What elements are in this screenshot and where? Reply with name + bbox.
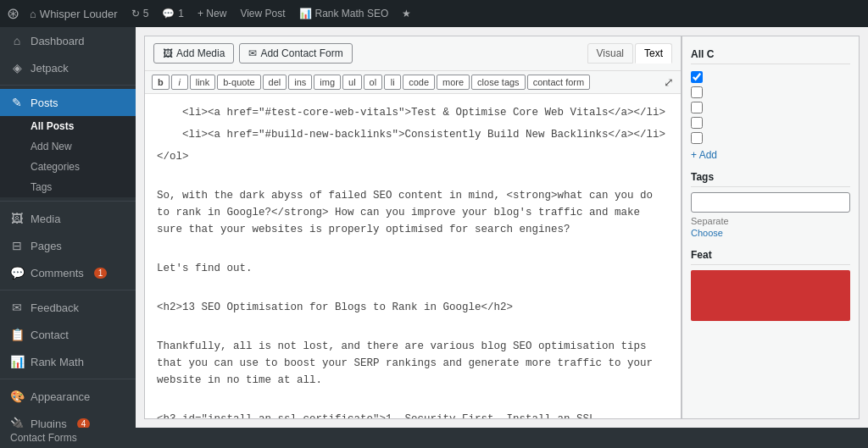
sidebar-divider-4 [0, 379, 136, 379]
rank-math-item[interactable]: 📊 Rank Math SEO [299, 8, 389, 19]
sidebar-item-dashboard[interactable]: ⌂ Dashboard [0, 27, 136, 54]
category-check-1[interactable] [691, 71, 703, 83]
editor-tabs: Visual Text [587, 43, 672, 64]
site-name[interactable]: ⌂ Whisper Louder [30, 8, 118, 20]
editor-content-area[interactable]: <li><a href="#test-core-web-vitals">Test… [145, 94, 681, 418]
fmt-code[interactable]: code [403, 75, 435, 90]
code-para-2: Let's find out. [157, 260, 669, 277]
admin-bar: ⊛ ⌂ Whisper Louder ↻ 5 💬 1 + New View Po… [0, 0, 868, 27]
sidebar-item-tags[interactable]: Tags [0, 177, 136, 197]
fullscreen-icon[interactable]: ⤢ [664, 75, 674, 89]
jetpack-icon: ◈ [10, 61, 24, 75]
posts-submenu: All Posts Add New Categories Tags [0, 116, 136, 197]
media-btn-icon: 🖼 [163, 47, 173, 59]
code-para-3: Thankfully, all is not lost, and there a… [157, 338, 669, 389]
posts-icon: ✎ [10, 96, 24, 109]
fmt-li[interactable]: li [384, 75, 401, 90]
featured-image[interactable] [691, 270, 850, 321]
sidebar-item-appearance[interactable]: 🎨 Appearance [0, 383, 136, 410]
new-item[interactable]: + New [198, 8, 226, 19]
categories-section: All C + Add [682, 43, 859, 166]
sidebar-item-all-posts[interactable]: All Posts [0, 116, 136, 136]
category-checkbox-4[interactable] [691, 115, 850, 130]
updates-item[interactable]: ↻ 5 [131, 8, 149, 19]
format-bar: b i link b-quote del ins img ul ol li co… [145, 71, 681, 94]
tab-visual[interactable]: Visual [587, 43, 633, 64]
star-icon-item[interactable]: ★ [402, 8, 411, 19]
code-line-1: <li><a href="#test-core-web-vitals">Test… [157, 104, 669, 121]
sidebar-item-media[interactable]: 🖼 Media [0, 205, 136, 232]
sidebar-item-jetpack[interactable]: ◈ Jetpack [0, 54, 136, 81]
comment-icon: 💬 [162, 8, 175, 19]
fmt-ol[interactable]: ol [364, 75, 383, 90]
sidebar-divider-3 [0, 290, 136, 290]
category-checkbox-2[interactable] [691, 85, 850, 100]
editor-panel: 🖼 Add Media ✉ Add Contact Form Visual Te… [144, 36, 682, 419]
code-line-2: <li><a href="#build-new-backlinks">Consi… [157, 126, 669, 143]
fmt-ins[interactable]: ins [288, 75, 312, 90]
code-h2: <h2>13 SEO Optimisation for Blogs to Ran… [157, 299, 669, 316]
add-category-link[interactable]: + Add [691, 149, 850, 161]
editor-toolbar-top: 🖼 Add Media ✉ Add Contact Form Visual Te… [145, 36, 681, 71]
fmt-bquote[interactable]: b-quote [217, 75, 260, 90]
bottom-bar-label: Contact Forms [10, 432, 77, 444]
fmt-more[interactable]: more [437, 75, 470, 90]
refresh-icon: ↻ [131, 8, 140, 19]
sidebar-item-rankmath[interactable]: 📊 Rank Math [0, 348, 136, 375]
category-check-2[interactable] [691, 86, 703, 98]
code-para-1: So, with the dark abyss of failed SEO co… [157, 187, 669, 238]
featured-section: Feat [682, 244, 859, 326]
sidebar-item-categories[interactable]: Categories [0, 157, 136, 177]
contact-btn-icon: ✉ [248, 47, 257, 59]
tags-title: Tags [691, 171, 850, 187]
wp-logo-icon: ⊛ [7, 4, 19, 23]
code-line-3: </ol> [157, 148, 669, 165]
category-check-5[interactable] [691, 132, 703, 144]
comments-icon: 💬 [10, 266, 24, 279]
fmt-img[interactable]: img [314, 75, 341, 90]
view-post-item[interactable]: View Post [240, 8, 285, 19]
fmt-ul[interactable]: ul [342, 75, 362, 90]
dashboard-icon: ⌂ [10, 34, 24, 47]
contact-icon: 📋 [10, 328, 24, 341]
fmt-bold[interactable]: b [152, 75, 170, 90]
content-area: 🖼 Add Media ✉ Add Contact Form Visual Te… [136, 27, 868, 428]
right-sidebar: All C + Add Tags [682, 36, 860, 419]
media-icon: 🖼 [10, 212, 24, 225]
add-contact-form-button[interactable]: ✉ Add Contact Form [239, 43, 352, 64]
categories-title: All C [691, 48, 850, 64]
category-check-4[interactable] [691, 117, 703, 129]
feedback-icon: ✉ [10, 301, 24, 314]
code-h3: <h3 id="install-an-ssl-certificate">1. S… [157, 411, 669, 418]
sidebar-item-posts[interactable]: ✎ Posts [0, 89, 136, 116]
tags-choose-link[interactable]: Choose [691, 228, 723, 238]
rankmath-icon: 📊 [10, 355, 24, 368]
fmt-link[interactable]: link [190, 75, 216, 90]
sidebar-item-plugins[interactable]: 🔌 Plugins 4 [0, 410, 136, 428]
sidebar-item-comments[interactable]: 💬 Comments 1 [0, 259, 136, 286]
category-check-3[interactable] [691, 102, 703, 113]
add-media-button[interactable]: 🖼 Add Media [153, 43, 234, 64]
plugins-icon: 🔌 [10, 417, 24, 428]
admin-bar-items: ↻ 5 💬 1 + New View Post 📊 Rank Math SEO … [131, 8, 412, 19]
sidebar-item-contact[interactable]: 📋 Contact [0, 321, 136, 348]
fmt-italic[interactable]: i [171, 75, 188, 90]
category-checkbox-3[interactable] [691, 100, 850, 115]
sidebar-item-pages[interactable]: ⊟ Pages [0, 232, 136, 259]
sidebar-item-feedback[interactable]: ✉ Feedback [0, 294, 136, 321]
category-checkbox-5[interactable] [691, 130, 850, 146]
appearance-icon: 🎨 [10, 390, 24, 403]
house-icon: ⌂ [30, 8, 36, 20]
featured-title: Feat [691, 249, 850, 265]
star-icon: ★ [402, 8, 411, 19]
tab-text[interactable]: Text [635, 43, 672, 64]
category-checkbox-1[interactable] [691, 69, 850, 85]
fmt-contact-form[interactable]: contact form [527, 75, 591, 90]
comments-item[interactable]: 💬 1 [162, 8, 184, 19]
fmt-close-tags[interactable]: close tags [471, 75, 526, 90]
sidebar-divider-1 [0, 85, 136, 86]
fmt-del[interactable]: del [263, 75, 287, 90]
sidebar: ⌂ Dashboard ◈ Jetpack ✎ Posts All Posts … [0, 27, 136, 428]
sidebar-item-add-new[interactable]: Add New [0, 136, 136, 157]
tags-input[interactable] [691, 192, 850, 213]
